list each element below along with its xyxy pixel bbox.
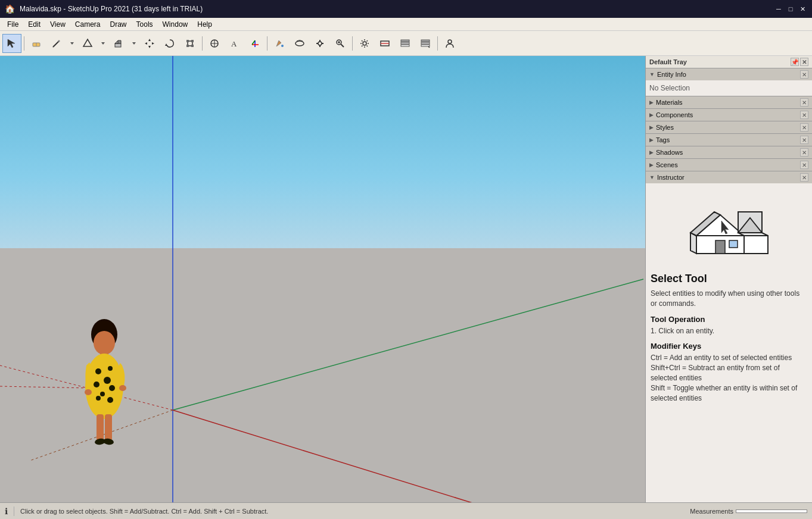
entity-info-header[interactable]: ▼ Entity Info ✕ bbox=[646, 68, 812, 80]
instructor-illustration bbox=[651, 188, 807, 265]
pencil-dropdown-button[interactable] bbox=[67, 34, 77, 53]
entity-info-section: ▼ Entity Info ✕ No Selection bbox=[646, 68, 812, 96]
svg-rect-20 bbox=[191, 45, 194, 47]
styles-header-left: ▶ Styles bbox=[649, 124, 674, 131]
push-pull-tool-button[interactable] bbox=[109, 34, 128, 53]
zoom-tool-button[interactable] bbox=[331, 34, 350, 53]
orbit-tool-button[interactable] bbox=[290, 34, 309, 53]
instructor-close[interactable]: ✕ bbox=[800, 173, 808, 182]
rotate-tool-button[interactable] bbox=[160, 34, 179, 53]
styles-header[interactable]: ▶ Styles ✕ bbox=[646, 121, 812, 133]
close-button[interactable]: ✕ bbox=[798, 4, 807, 14]
svg-point-57 bbox=[108, 366, 113, 371]
sky bbox=[0, 56, 645, 257]
shadows-close[interactable]: ✕ bbox=[800, 148, 808, 157]
svg-rect-40 bbox=[401, 45, 409, 46]
components-header-left: ▶ Components bbox=[649, 111, 693, 118]
tray-pin-button[interactable]: 📌 bbox=[791, 58, 799, 66]
svg-point-63 bbox=[96, 396, 101, 401]
menu-item-view[interactable]: View bbox=[45, 19, 70, 30]
entity-info-status: No Selection bbox=[649, 84, 690, 92]
components-section: ▶ Components ✕ bbox=[646, 109, 812, 121]
statusbar-separator bbox=[14, 507, 14, 516]
toolbar-separator-1 bbox=[24, 36, 24, 51]
shape-dropdown-button[interactable] bbox=[98, 34, 108, 53]
materials-header[interactable]: ▶ Materials ✕ bbox=[646, 96, 812, 108]
horizon-line bbox=[0, 248, 645, 257]
toolbar: A bbox=[0, 31, 812, 56]
entity-info-label: Entity Info bbox=[657, 71, 686, 78]
tape-measure-button[interactable] bbox=[205, 34, 224, 53]
scenes-close[interactable]: ✕ bbox=[800, 161, 808, 169]
tags-header[interactable]: ▶ Tags ✕ bbox=[646, 134, 812, 146]
menu-item-draw[interactable]: Draw bbox=[105, 19, 132, 30]
svg-rect-41 bbox=[421, 40, 430, 42]
menu-item-window[interactable]: Window bbox=[158, 19, 193, 30]
shadows-section: ▶ Shadows ✕ bbox=[646, 146, 812, 159]
scale-tool-button[interactable] bbox=[181, 34, 200, 53]
pan-tool-button[interactable] bbox=[310, 34, 329, 53]
svg-text:A: A bbox=[231, 39, 237, 48]
push-pull-dropdown-button[interactable] bbox=[129, 34, 139, 53]
section-plane-button[interactable] bbox=[375, 34, 394, 53]
default-tray-header: Default Tray 📌 ✕ bbox=[646, 56, 812, 68]
svg-rect-43 bbox=[421, 45, 430, 46]
maximize-button[interactable]: □ bbox=[786, 4, 795, 14]
styles-close[interactable]: ✕ bbox=[800, 123, 808, 132]
user-account-button[interactable] bbox=[440, 34, 459, 53]
shadows-header[interactable]: ▶ Shadows ✕ bbox=[646, 146, 812, 158]
svg-marker-11 bbox=[115, 40, 118, 43]
instructor-description: Select entities to modify when using oth… bbox=[651, 289, 807, 309]
select-tool-button[interactable] bbox=[2, 34, 21, 53]
eraser-tool-button[interactable] bbox=[27, 34, 46, 53]
entity-info-header-left: ▼ Entity Info bbox=[649, 71, 686, 78]
instructor-mod-body: Ctrl = Add an entity to set of selected … bbox=[651, 353, 807, 403]
instructor-arrow: ▼ bbox=[649, 174, 655, 180]
instructor-header[interactable]: ▼ Instructor ✕ bbox=[646, 171, 812, 183]
menu-item-edit[interactable]: Edit bbox=[23, 19, 45, 30]
default-tray-title: Default Tray bbox=[649, 58, 687, 65]
info-icon: ℹ bbox=[5, 507, 8, 516]
svg-marker-8 bbox=[101, 42, 105, 45]
minimize-button[interactable]: ─ bbox=[774, 4, 783, 14]
tags-close[interactable]: ✕ bbox=[800, 136, 808, 144]
layer-options-button[interactable] bbox=[416, 34, 435, 53]
model-settings-button[interactable] bbox=[355, 34, 374, 53]
entity-info-close[interactable]: ✕ bbox=[800, 70, 808, 79]
menu-item-file[interactable]: File bbox=[2, 19, 23, 30]
pencil-tool-button[interactable] bbox=[47, 34, 66, 53]
instructor-op-body: 1. Click on an entity. bbox=[651, 326, 807, 336]
svg-rect-39 bbox=[401, 42, 409, 44]
menu-item-camera[interactable]: Camera bbox=[70, 19, 105, 30]
measurements-input[interactable] bbox=[736, 509, 807, 513]
axes-tool-button[interactable] bbox=[245, 34, 265, 53]
scenes-header[interactable]: ▶ Scenes ✕ bbox=[646, 159, 812, 171]
styles-section: ▶ Styles ✕ bbox=[646, 121, 812, 134]
materials-close[interactable]: ✕ bbox=[800, 98, 808, 107]
components-close[interactable]: ✕ bbox=[800, 111, 808, 119]
svg-rect-80 bbox=[729, 240, 738, 248]
materials-arrow: ▶ bbox=[649, 99, 654, 105]
toolbar-separator-5 bbox=[437, 36, 438, 51]
menubar: FileEditViewCameraDrawToolsWindowHelp bbox=[0, 18, 812, 31]
svg-marker-13 bbox=[148, 39, 151, 48]
components-header[interactable]: ▶ Components ✕ bbox=[646, 109, 812, 121]
svg-rect-79 bbox=[715, 240, 725, 254]
shape-tool-button[interactable] bbox=[78, 34, 97, 53]
menu-item-help[interactable]: Help bbox=[192, 19, 217, 30]
tray-close-button[interactable]: ✕ bbox=[800, 58, 808, 66]
layers-button[interactable] bbox=[396, 34, 415, 53]
menu-item-tools[interactable]: Tools bbox=[132, 19, 158, 30]
paint-bucket-button[interactable] bbox=[270, 34, 289, 53]
tray-header-buttons: 📌 ✕ bbox=[791, 58, 808, 66]
components-arrow: ▶ bbox=[649, 112, 654, 118]
text-tool-button[interactable]: A bbox=[225, 34, 244, 53]
titlebar-controls: ─ □ ✕ bbox=[774, 4, 807, 14]
svg-marker-12 bbox=[132, 42, 136, 45]
panel-scroll-area[interactable]: ▼ Entity Info ✕ No Selection ▶ Materials… bbox=[646, 68, 812, 502]
tags-label: Tags bbox=[656, 136, 670, 143]
move-tool-button[interactable] bbox=[140, 34, 159, 53]
titlebar-left: 🏠 Malavida.skp - SketchUp Pro 2021 (31 d… bbox=[5, 4, 203, 14]
measurements-label: Measurements bbox=[690, 508, 733, 515]
viewport[interactable] bbox=[0, 56, 645, 502]
